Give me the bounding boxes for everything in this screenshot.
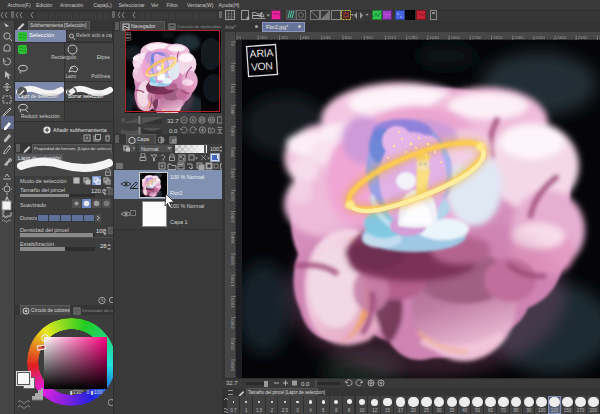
svg-text:1920: 1920 xyxy=(230,297,235,307)
svg-text:640: 640 xyxy=(230,128,235,136)
svg-text:320: 320 xyxy=(230,85,235,93)
svg-text:32.7: 32.7 xyxy=(167,118,179,124)
svg-text:1280: 1280 xyxy=(230,213,235,223)
svg-text:0: 0 xyxy=(239,35,242,40)
svg-text:1440: 1440 xyxy=(230,234,235,244)
svg-text:1440: 1440 xyxy=(429,35,439,40)
svg-text:1600: 1600 xyxy=(451,35,461,40)
svg-text:480: 480 xyxy=(230,107,235,115)
svg-text:960: 960 xyxy=(230,170,235,178)
svg-text:1920: 1920 xyxy=(493,35,503,40)
svg-text:480: 480 xyxy=(302,35,310,40)
svg-text:2400: 2400 xyxy=(557,35,567,40)
svg-text:640: 640 xyxy=(323,35,331,40)
svg-text:0.0: 0.0 xyxy=(301,381,310,387)
svg-text:0: 0 xyxy=(230,43,235,46)
svg-text:1120: 1120 xyxy=(387,35,397,40)
svg-text:1600: 1600 xyxy=(230,255,235,265)
svg-text:2240: 2240 xyxy=(230,340,235,350)
svg-text:160: 160 xyxy=(230,64,235,72)
svg-text:1760: 1760 xyxy=(472,35,482,40)
svg-text:960: 960 xyxy=(366,35,374,40)
svg-text:2560: 2560 xyxy=(578,35,588,40)
svg-text:1280: 1280 xyxy=(408,35,418,40)
svg-text:1760: 1760 xyxy=(230,276,235,286)
svg-text:1120: 1120 xyxy=(230,191,235,201)
svg-text:2240: 2240 xyxy=(535,35,545,40)
svg-text:320: 320 xyxy=(281,35,289,40)
svg-text:2080: 2080 xyxy=(514,35,524,40)
svg-text:800: 800 xyxy=(345,35,353,40)
svg-text:800: 800 xyxy=(230,149,235,157)
svg-text:2080: 2080 xyxy=(230,319,235,329)
svg-text:2400: 2400 xyxy=(230,361,235,371)
svg-text:160: 160 xyxy=(260,35,268,40)
